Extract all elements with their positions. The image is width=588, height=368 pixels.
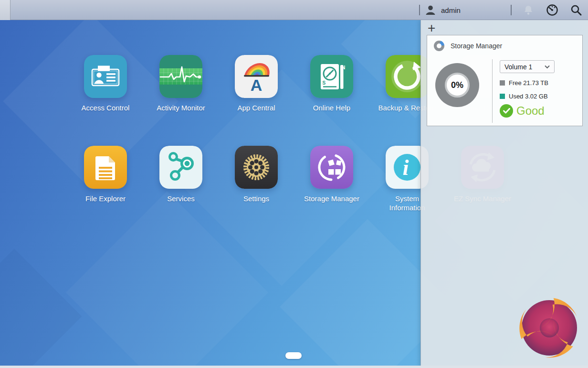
file-explorer-icon bbox=[84, 146, 127, 189]
services-icon bbox=[159, 146, 202, 189]
settings-icon bbox=[235, 146, 278, 189]
free-swatch bbox=[500, 80, 505, 86]
online-help-icon: N S bbox=[310, 55, 353, 98]
user-menu[interactable]: admin bbox=[425, 4, 506, 16]
storage-manager-icon bbox=[310, 146, 353, 189]
activity-monitor-icon bbox=[159, 55, 202, 98]
status-badge: Good bbox=[516, 104, 545, 118]
background-diamond bbox=[0, 249, 82, 368]
widget-header: Storage Manager bbox=[434, 41, 502, 51]
app-central-icon: A bbox=[235, 55, 278, 98]
search-button[interactable] bbox=[568, 2, 584, 18]
storage-manager-widget: Storage Manager 0% Volume 1 bbox=[427, 35, 583, 126]
storage-usage-donut: 0% bbox=[435, 63, 479, 107]
app-services[interactable]: Services bbox=[145, 146, 217, 203]
app-file-explorer[interactable]: File Explorer bbox=[70, 146, 141, 203]
widget-title: Storage Manager bbox=[451, 42, 502, 50]
system-monitor-button[interactable] bbox=[544, 2, 560, 18]
app-label: Access Control bbox=[70, 103, 141, 112]
username: admin bbox=[441, 6, 461, 14]
app-label: Storage Manager bbox=[296, 194, 368, 203]
app-label: Activity Monitor bbox=[145, 103, 217, 112]
app-app-central[interactable]: A App Central bbox=[220, 55, 292, 112]
usage-percent: 0% bbox=[451, 80, 463, 90]
separator bbox=[511, 5, 512, 15]
volume-select[interactable]: Volume 1 bbox=[500, 60, 555, 73]
app-activity-monitor[interactable]: Activity Monitor bbox=[145, 55, 217, 112]
info-letter: i bbox=[403, 155, 409, 180]
app-online-help[interactable]: N S Online Help bbox=[296, 55, 368, 112]
check-circle-icon bbox=[500, 104, 513, 118]
access-control-icon bbox=[84, 55, 127, 98]
app-settings[interactable]: Settings bbox=[220, 146, 292, 203]
free-legend-row: Free 21.73 TB bbox=[500, 79, 578, 87]
app-storage-manager[interactable]: Storage Manager bbox=[296, 146, 368, 203]
used-label: Used 3.02 GB bbox=[509, 93, 548, 100]
gauge-icon bbox=[546, 4, 558, 16]
app-label: App Central bbox=[220, 103, 292, 112]
notifications-button[interactable] bbox=[520, 2, 536, 18]
separator bbox=[419, 5, 420, 15]
storage-widget-icon bbox=[434, 41, 444, 51]
widget-divider bbox=[492, 59, 493, 123]
brand-swirl-logo bbox=[515, 294, 583, 362]
app-central-letter: A bbox=[251, 76, 262, 94]
bell-icon bbox=[523, 5, 534, 15]
top-bar: admin bbox=[0, 0, 588, 20]
widget-detail-column: Volume 1 Free 21.73 TB Used 3.02 GB bbox=[500, 60, 578, 118]
bottom-edge-strip bbox=[0, 366, 588, 368]
user-icon bbox=[425, 4, 436, 16]
volume-select-value: Volume 1 bbox=[504, 63, 532, 71]
top-bar-left-edge bbox=[0, 0, 10, 20]
app-access-control[interactable]: Access Control bbox=[70, 55, 141, 112]
app-label: Services bbox=[145, 194, 217, 203]
page-indicator-pill[interactable] bbox=[285, 352, 302, 359]
used-swatch bbox=[500, 94, 505, 99]
desktop: Access Control bbox=[0, 20, 588, 368]
app-label: Online Help bbox=[296, 103, 368, 112]
app-label: Settings bbox=[220, 194, 292, 203]
used-legend-row: Used 3.02 GB bbox=[500, 93, 578, 100]
chevron-down-icon bbox=[545, 65, 550, 69]
add-widget-button[interactable]: + bbox=[425, 21, 438, 35]
compass-north-letter: N bbox=[342, 65, 345, 70]
screen: Access Control bbox=[0, 0, 588, 368]
donut-center: 0% bbox=[445, 73, 470, 97]
compass-south-letter: S bbox=[323, 80, 326, 86]
health-status-row: Good bbox=[500, 104, 578, 118]
app-label: File Explorer bbox=[70, 194, 141, 203]
free-label: Free 21.73 TB bbox=[509, 79, 548, 87]
search-icon bbox=[570, 4, 582, 16]
